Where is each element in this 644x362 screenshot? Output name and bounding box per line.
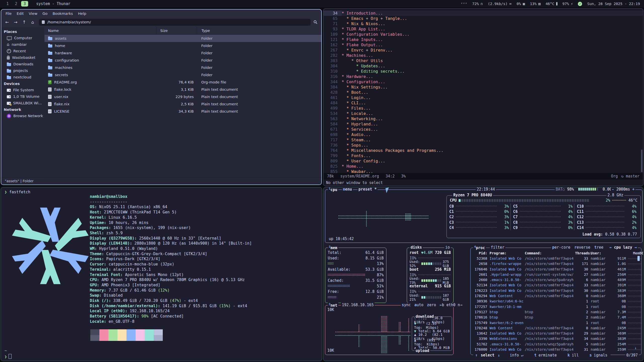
process-row[interactable]: 52134Isolated Web Co/nix/store/sm8fmrf3w…: [471, 283, 641, 288]
interval-control[interactable]: - 2000ms +: [611, 187, 635, 192]
column-name[interactable]: Name: [45, 29, 156, 33]
terminate-button[interactable]: terminate: [532, 353, 559, 357]
proc-header-Program[interactable]: Program:: [487, 251, 525, 255]
file-row-assets[interactable]: assetsFolder: [45, 35, 321, 42]
sidebar-item-wastebasket[interactable]: Wastebasket: [1, 54, 45, 61]
org-heading-line[interactable]: 344* Configuration...: [324, 79, 643, 84]
process-row[interactable]: 177257kworker/10:1-mm_1root0B0.0: [471, 304, 641, 309]
net-button-auto[interactable]: auto: [414, 303, 423, 307]
search-button[interactable]: [312, 19, 319, 26]
process-row[interactable]: 2660.emacs-31.0.50-/nix/store/wnqz5pa8ra…: [471, 277, 641, 282]
menu-button[interactable]: menu: [342, 187, 353, 192]
org-outline[interactable]: 34* Introduction...65 * Emacs + Org + Ta…: [324, 9, 643, 173]
org-heading-line[interactable]: 799 * Fonts...: [324, 153, 643, 158]
org-heading-line[interactable]: 304 * Updates...: [324, 63, 643, 69]
net-button-beth0n[interactable]: ←b eth0 n→: [439, 303, 462, 307]
org-heading-line[interactable]: 736 * Sops...: [324, 143, 643, 148]
menu-go[interactable]: Go: [40, 11, 50, 16]
proc-box-title[interactable]: 4proc: [473, 245, 486, 250]
org-heading-line[interactable]: 764 * Miscellaneous Packages and Program…: [324, 148, 643, 153]
disks-box-title[interactable]: disks: [410, 245, 423, 250]
org-heading-line[interactable]: 71 * Nix & Nixos...: [324, 21, 643, 26]
file-row-README.org[interactable]: README.org76,4 KiBOrg-mode file: [45, 78, 321, 86]
org-heading-line[interactable]: 316* Hardware...: [324, 74, 643, 79]
process-row[interactable]: 179127btopbtop2nambiar7.3M0.0: [471, 309, 641, 314]
process-row[interactable]: 2658.firefox-wrappe/nix/store/sm8fmrf3wp…: [471, 261, 641, 266]
file-row-user.nix[interactable]: user.nix229 bytesPlain text document: [45, 93, 321, 100]
process-row[interactable]: 38936kworker/u64:6-kc1root0B0.0: [471, 299, 641, 304]
file-row-flake.lock[interactable]: flake.lock3,1 KiBPlain text document: [45, 86, 321, 93]
sidebar-item-downloads[interactable]: Downloads: [1, 61, 45, 67]
proc-header-Command[interactable]: Command:: [525, 251, 575, 255]
sidebar-item-nambiar[interactable]: ⌂nambiar: [1, 41, 45, 48]
proc-scrollbar-thumb[interactable]: [637, 256, 640, 261]
proc-header-Threads[interactable]: Threads:: [575, 251, 588, 255]
org-heading-line[interactable]: 584 * Hyprland...: [324, 121, 643, 127]
process-row[interactable]: 52368Isolated Web Co/nix/store/sm8fmrf3w…: [471, 256, 641, 261]
org-heading-line[interactable]: 825* Home...: [324, 164, 643, 169]
process-row[interactable]: 3390WebExtensions/nix/store/sm8fmrf3wps4…: [471, 336, 641, 341]
process-row[interactable]: 175749kworker/6:2-even1root0B0.0: [471, 320, 641, 325]
workspace-button-3[interactable]: 3: [21, 1, 28, 7]
proc-option-tree[interactable]: tree: [594, 245, 603, 250]
proc-option-reverse[interactable]: reverse: [574, 245, 590, 250]
org-heading-line[interactable]: 267 * Envrc + Direnv...: [324, 48, 643, 53]
process-row[interactable]: 178294Web Content/nix/store/sm8fmrf3wps4…: [471, 293, 641, 298]
org-heading-line[interactable]: 428 * Boot...: [324, 90, 643, 95]
prompt-line[interactable]: ❯: [5, 354, 12, 359]
process-row[interactable]: 13642Isolated Web Co/nix/store/sm8fmrf3w…: [471, 331, 641, 336]
org-heading-line[interactable]: 162* Flake Output...: [324, 42, 643, 48]
org-heading-line[interactable]: 461 * Login...: [324, 95, 643, 100]
org-heading-line[interactable]: 534 * Locale...: [324, 111, 643, 116]
process-row[interactable]: 176223Isolated Web Co/nix/store/sm8fmrf3…: [471, 288, 641, 293]
proc-header-MemB[interactable]: MemB: [612, 251, 641, 255]
sidebar-item-recent[interactable]: Recent: [1, 48, 45, 54]
org-heading-line[interactable]: 671 * Services...: [324, 127, 643, 132]
net-box-title[interactable]: 3net: [328, 303, 338, 308]
sidebar-item-1-0-tb-volume[interactable]: 1,0 TB Volume: [1, 93, 45, 100]
org-heading-line[interactable]: 109* Configuration Variables...: [324, 32, 643, 37]
sidebar-item-nextcloud[interactable]: nextcloud: [1, 74, 45, 80]
path-bar[interactable]: /home/nambiar/system/: [39, 19, 311, 26]
sidebar-item-browse-network[interactable]: ⊕Browse Network: [1, 113, 45, 119]
menu-help[interactable]: Help: [76, 11, 89, 16]
process-row[interactable]: 176000Isolated Web Co/nix/store/sm8fmrf3…: [471, 347, 641, 352]
org-heading-line[interactable]: 563 * Networking...: [324, 116, 643, 121]
sidebar-item-computer[interactable]: Computer: [1, 35, 45, 41]
sidebar-item-file-system[interactable]: File System: [1, 87, 45, 93]
org-heading-line[interactable]: 310 * Editing secrets...: [324, 69, 643, 74]
back-button[interactable]: ←: [3, 19, 11, 26]
file-row-machines[interactable]: machinesFolder: [45, 64, 321, 71]
org-heading-line[interactable]: 499 * Files...: [324, 106, 643, 111]
process-row[interactable]: 176646Isolated Web Co/nix/store/sm8fmrf3…: [471, 266, 641, 272]
forward-button[interactable]: →: [12, 19, 19, 26]
sidebar-item-projects[interactable]: projects: [1, 67, 45, 74]
org-heading-line[interactable]: 809 * User Config...: [324, 158, 643, 164]
io-button[interactable]: io: [444, 245, 451, 250]
file-row-secrets[interactable]: secretsFolder: [45, 71, 321, 78]
scrollbar-thumb[interactable]: [641, 150, 642, 172]
org-heading-line[interactable]: 384 * Nix Settings...: [324, 84, 643, 90]
process-row[interactable]: 2601.Hyprland-wrapp/run/current-system/s…: [471, 272, 641, 277]
signals-button[interactable]: signals: [587, 353, 609, 357]
org-heading-line[interactable]: 34* Introduction...: [324, 11, 643, 16]
proc-header-Cpu%[interactable]: Cpu% ↑: [641, 251, 643, 255]
file-row-home[interactable]: homeFolder: [45, 42, 321, 49]
org-heading-line[interactable]: 65 * Emacs + Org + Tangle...: [324, 16, 643, 21]
sidebar-item-smallbox-wi-[interactable]: SMALLBOX Wi...: [1, 100, 45, 106]
org-heading-line[interactable]: 303 * Other Utils: [324, 58, 643, 63]
file-row-configuration[interactable]: configurationFolder: [45, 57, 321, 64]
file-row-hardware[interactable]: hardwareFolder: [45, 49, 321, 57]
mem-box-title[interactable]: 2mem: [328, 245, 338, 250]
org-heading-line[interactable]: 93* TLDR App List...: [324, 26, 643, 32]
org-heading-line[interactable]: 717 * Steam...: [324, 137, 643, 143]
menu-edit[interactable]: Edit: [14, 11, 26, 16]
proc-option-per-core[interactable]: per-core: [552, 245, 570, 250]
menu-view[interactable]: View: [26, 11, 39, 16]
org-heading-line[interactable]: 282* Machines...: [324, 53, 643, 58]
org-heading-line[interactable]: 855 * Waubar...: [324, 169, 643, 173]
file-row-flake.nix[interactable]: flake.nix2,5 KiBPlain text document: [45, 100, 321, 108]
net-button-zero[interactable]: zero: [427, 303, 436, 307]
filter-button[interactable]: filter: [490, 245, 505, 250]
home-button[interactable]: ⌂: [29, 19, 36, 26]
